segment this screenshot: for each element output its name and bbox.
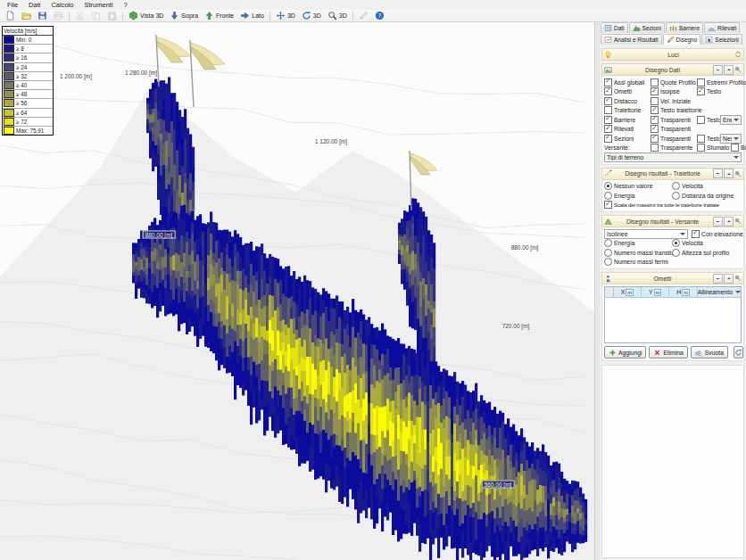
column-header-allineamento[interactable]: Allineamento [698,287,741,297]
tab-disegno[interactable]: Disegno [663,34,701,45]
unit-button-y[interactable]: m [654,289,662,296]
checkbox-trasparenti[interactable]: Trasparenti [651,135,697,143]
section-header-versante[interactable]: Disegno risultati - Versante [601,215,744,227]
checkbox-quote-profilo[interactable]: Quote Profilo [651,78,697,86]
pin-icon[interactable] [734,218,742,225]
toolbar-button-sopra[interactable]: Sopra [167,10,201,21]
toolbar-button-pan-3d[interactable]: 3D [273,10,298,21]
pin-icon[interactable] [734,275,742,282]
checkbox-trasparente[interactable]: Trasparente [651,144,697,152]
checkbox-vel-iniziale[interactable]: Vel. iniziale [651,97,742,105]
checkbox-testo-traiettorie[interactable]: Testo traiettorie [651,106,742,114]
aggiungi-button[interactable]: Aggiungi [604,346,646,358]
radio-velocit[interactable]: Velocità [672,182,703,190]
toolbar-button-vista-3d[interactable]: Vista 3D [126,10,166,21]
checkbox-traiettorie[interactable]: Traiettorie [604,106,651,114]
radio-energia[interactable]: Energia [604,192,672,200]
checkbox-trasparenti[interactable]: Trasparenti [651,125,742,133]
radio-numero-massi-transitati[interactable]: Numero massi transitati [604,249,672,257]
unit-button-h[interactable]: m [682,289,690,296]
radio-energia[interactable]: Energia [604,239,672,247]
menu-dati[interactable]: Dati [23,0,46,10]
pin-icon[interactable] [734,170,742,177]
section-header-luci[interactable]: Luci [601,48,744,61]
toolbar-button-copy[interactable] [88,10,104,21]
toolbar-button-rotate-3d[interactable]: 3D [299,10,324,21]
tab-selezioni[interactable]: Selezioni [701,34,742,45]
checkbox-sezioni[interactable]: Sezioni [604,135,651,143]
checkbox-bordi[interactable]: Bordi [731,144,746,152]
column-header-y[interactable]: Y m [642,287,669,297]
column-header-h[interactable]: H m [669,287,697,297]
rollup-button[interactable] [724,274,734,284]
elimina-button[interactable]: Elimina [649,346,687,358]
checkbox-distacco[interactable]: Distacco [604,97,651,105]
toolbar-button-zoom-3d[interactable]: 3D [325,10,350,21]
toolbar-button-fronte[interactable]: Fronte [202,10,236,21]
menu-[interactable]: ? [119,0,133,10]
refresh-button[interactable] [734,346,743,358]
radio-distanza-da-origine[interactable]: Distanza da origine [672,192,734,200]
collapse-button[interactable] [713,169,723,178]
menu-calcolo[interactable]: Calcolo [46,0,79,10]
pin-icon[interactable] [734,66,742,73]
tab-sezioni[interactable]: Sezioni [629,22,665,33]
checkbox-con-elevazione[interactable]: Con elevazione [692,230,743,238]
collapse-button[interactable] [713,217,723,226]
menu-strumenti[interactable]: Strumenti [79,0,118,10]
tab-analisi-e-risultati[interactable]: Analisi e Risultati [601,34,662,45]
checkbox-testo[interactable]: Testo [697,135,720,143]
radio-altezza-sul-profilo[interactable]: Altezza sul profilo [672,249,729,257]
checkbox-testo[interactable]: Testo [697,116,720,124]
checkbox-isoipse[interactable]: Isoipse [651,87,697,95]
expand-section-icon[interactable] [734,51,742,58]
tab-barriere[interactable]: Barriere [666,22,703,33]
menu-file[interactable]: File [2,0,23,10]
rollup-button[interactable] [724,169,734,178]
svuota-button[interactable]: Svuota [691,346,728,358]
collapse-button[interactable] [713,65,723,75]
unit-button-x[interactable]: m [626,289,634,296]
ometti-table-rows[interactable] [605,298,741,342]
toolbar-button-cut[interactable] [72,10,87,21]
legend-title: Velocità [m/s] [3,27,53,36]
radio-nessun-valore[interactable]: Nessun valore [604,182,672,190]
checkbox-rilevati[interactable]: Rilevati [604,125,651,133]
checkbox-assi-globali[interactable]: Assi globali [604,78,651,86]
toolbar-button-save[interactable] [35,10,50,21]
checkbox-ometti[interactable]: Ometti [604,87,651,95]
checkbox-sfumato[interactable]: Sfumato [697,144,731,152]
tab-dati[interactable]: Dati [601,22,628,33]
row-selector-header [605,287,614,297]
radio-numero-massi-fermi[interactable]: Numero massi fermi [604,258,668,266]
toolbar-button-paste[interactable] [104,10,120,21]
combo-tipi-di-terreno[interactable]: Tipi di terreno [604,152,742,162]
toolbar-button-open[interactable] [19,10,34,21]
tab-rilevati[interactable]: Rilevati [704,22,740,33]
options-row: Tipi di terreno [604,152,742,162]
checkbox-trasparenti[interactable]: Trasparenti [651,116,697,124]
column-header-x[interactable]: X m [614,287,642,297]
section-header-disegno-dati[interactable]: Disegno Dati [601,63,744,76]
toolbar-button-lato[interactable]: Lato [237,10,267,21]
combo-energia[interactable]: Energia [720,115,742,125]
collapse-button[interactable] [713,274,723,284]
radio-label: Velocità [682,240,703,246]
checkbox-testo[interactable]: Testo [697,87,742,95]
section-header-traiettorie[interactable]: Disegno risultati - Traiettorie [601,168,744,180]
rollup-button[interactable] [724,217,734,226]
radio-velocit[interactable]: Velocità [672,239,703,247]
checkbox-barriere[interactable]: Barriere [604,116,651,124]
toolbar-button-new[interactable] [3,10,18,21]
combo-isolinee[interactable]: Isolinee [604,229,688,239]
viewport-3d[interactable]: 1 200.00 [m]1 280.00 [m]1 120.00 [m]880.… [0,21,594,560]
rollup-button[interactable] [724,65,734,75]
section-header-ometti[interactable]: Ometti [601,272,744,284]
checkbox-estremi-profilo[interactable]: Estremi Profilo [697,78,746,86]
toolbar-button-help[interactable]: ? [372,10,387,21]
checkbox-scala-dei-massimi-tra-tutte-le-traiettorie-trattate[interactable]: Scala dei massimi tra tutte le traiettor… [604,201,719,209]
toolbar-button-edit[interactable] [356,10,371,21]
combo-value: Energia [723,117,732,123]
toolbar-button-print[interactable] [51,10,66,21]
combo-nessuno[interactable]: Nessuno [720,134,742,144]
